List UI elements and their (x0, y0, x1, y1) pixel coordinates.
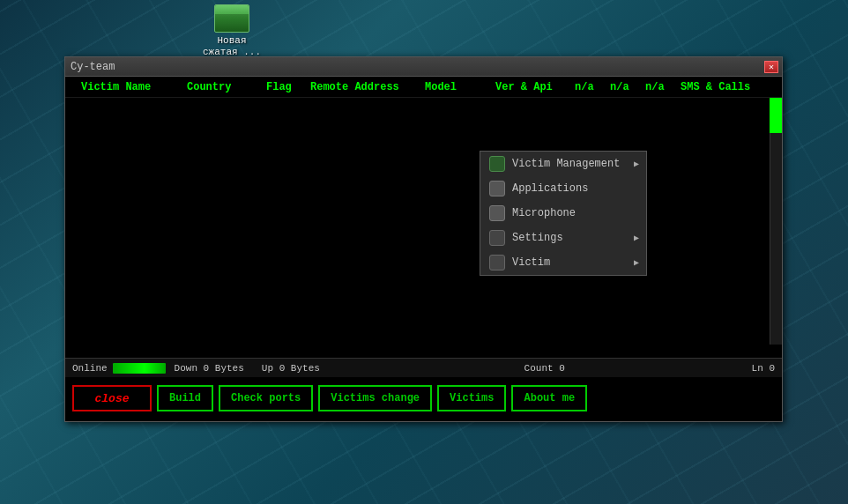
desktop-icon-label: Новая сжатая ... (203, 35, 261, 58)
desktop: Новая сжатая ... Cy-team ✕ Victim Name C… (0, 0, 848, 504)
content-area[interactable]: Victim Management ▶ Applications Microph… (65, 98, 782, 345)
toolbar: close Build Check ports Victims change V… (65, 382, 782, 414)
col-header-country: Country (187, 81, 266, 93)
scrollbar-thumb[interactable] (770, 98, 782, 133)
victim-management-arrow: ▶ (634, 159, 639, 169)
settings-arrow: ▶ (634, 233, 639, 243)
col-header-na3: n/a (645, 81, 681, 93)
victim-arrow: ▶ (634, 257, 639, 268)
col-header-sms-calls: SMS & Calls (681, 81, 769, 93)
status-down-label: Down 0 Bytes (175, 363, 244, 374)
status-bar: Online Down 0 Bytes Up 0 Bytes Count 0 L… (65, 358, 782, 377)
close-button[interactable]: close (72, 385, 152, 411)
status-count-label: Count 0 (338, 363, 752, 374)
context-menu-item-microphone[interactable]: Microphone (480, 201, 646, 226)
context-menu: Victim Management ▶ Applications Microph… (480, 151, 647, 276)
context-menu-label-victim: Victim (512, 256, 550, 269)
check-ports-button[interactable]: Check ports (219, 385, 313, 411)
col-header-flag: Flag (266, 81, 310, 93)
victim-icon (489, 255, 505, 271)
context-menu-item-victim-management[interactable]: Victim Management ▶ (480, 152, 646, 176)
col-header-victim-name: Victim Name (81, 81, 187, 93)
col-header-ver-api: Ver & Api (495, 81, 575, 93)
desktop-icon-image (214, 4, 249, 33)
main-window: Cy-team ✕ Victim Name Country Flag Remot… (64, 56, 783, 422)
context-menu-label-applications: Applications (512, 182, 588, 195)
status-ln-label: Ln 0 (752, 363, 775, 374)
col-header-na1: n/a (575, 81, 610, 93)
context-menu-item-settings[interactable]: Settings ▶ (480, 226, 646, 250)
col-header-na2: n/a (610, 81, 645, 93)
col-header-remote-address: Remote Address (310, 81, 425, 93)
victim-management-icon (489, 156, 505, 172)
microphone-icon (489, 205, 505, 221)
col-header-model: Model (425, 81, 495, 93)
context-menu-label-microphone: Microphone (512, 207, 576, 219)
victims-button[interactable]: Victims (437, 385, 506, 411)
applications-icon (489, 181, 505, 196)
window-title: Cy-team (71, 61, 777, 73)
context-menu-label-victim-management: Victim Management (512, 158, 620, 170)
desktop-icon[interactable]: Новая сжатая ... (201, 4, 263, 58)
status-indicator (113, 363, 166, 374)
about-me-button[interactable]: About me (511, 385, 587, 411)
scrollbar-track[interactable] (770, 98, 782, 345)
window-close-button[interactable]: ✕ (764, 61, 778, 73)
window-titlebar: Cy-team ✕ (65, 57, 782, 77)
context-menu-label-settings: Settings (512, 232, 563, 244)
column-headers: Victim Name Country Flag Remote Address … (65, 77, 782, 98)
context-menu-item-applications[interactable]: Applications (480, 176, 646, 201)
status-online-label: Online (72, 363, 108, 374)
context-menu-item-victim[interactable]: Victim ▶ (480, 250, 646, 275)
status-up-label: Up 0 Bytes (262, 363, 320, 374)
build-button[interactable]: Build (157, 385, 213, 411)
settings-icon (489, 230, 505, 246)
victims-change-button[interactable]: Victims change (318, 385, 432, 411)
